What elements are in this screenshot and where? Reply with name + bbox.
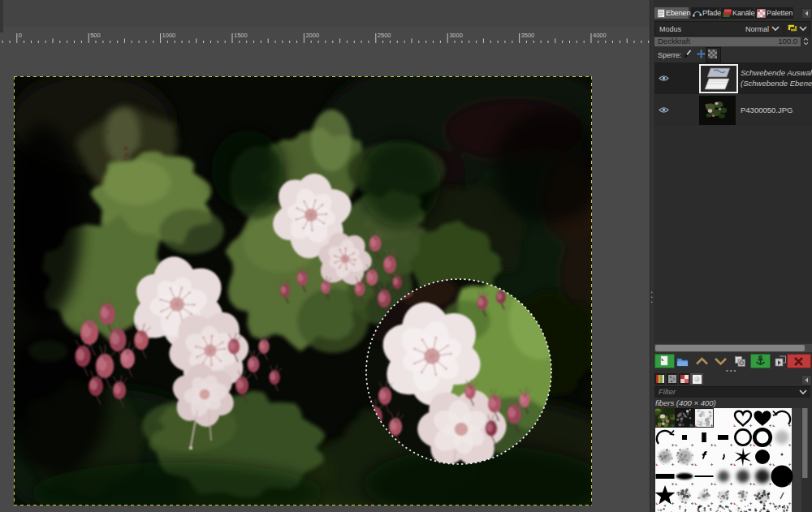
svg-text:3000: 3000 <box>449 32 463 39</box>
svg-text:1500: 1500 <box>234 32 248 39</box>
svg-text:3500: 3500 <box>521 32 535 39</box>
svg-text:2500: 2500 <box>378 32 391 39</box>
svg-text:1000: 1000 <box>162 32 176 39</box>
svg-text:0: 0 <box>19 32 22 39</box>
svg-text:4000: 4000 <box>593 32 607 39</box>
svg-text:500: 500 <box>90 32 101 39</box>
svg-text:2000: 2000 <box>305 32 319 39</box>
